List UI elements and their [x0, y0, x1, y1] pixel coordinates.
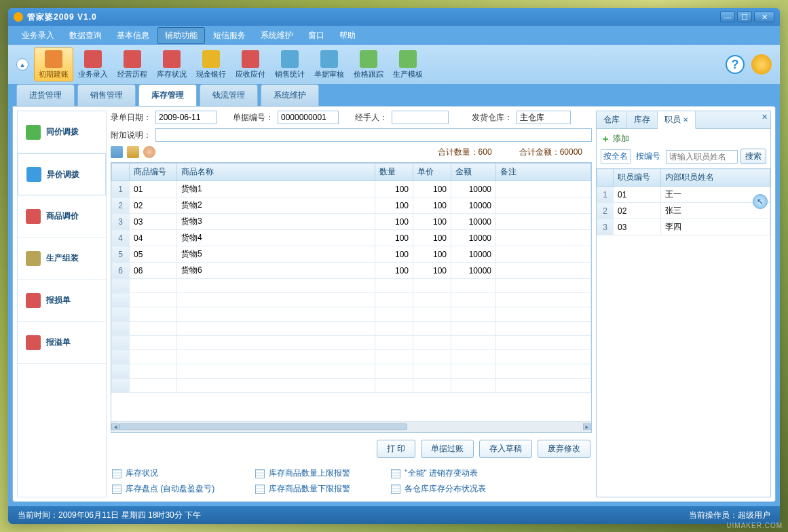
side-search-input[interactable] [666, 150, 738, 164]
table-row-empty[interactable] [112, 379, 591, 393]
add-button[interactable]: ＋ 添加 [597, 129, 770, 149]
tab-3[interactable]: 钱流管理 [200, 84, 258, 106]
menu-7[interactable]: 帮助 [333, 28, 362, 43]
menu-4[interactable]: 短信服务 [206, 28, 252, 43]
warehouse-input[interactable] [517, 111, 571, 124]
toolbar-5[interactable]: 应收应付 [231, 48, 270, 81]
note-input[interactable] [155, 128, 592, 142]
menu-6[interactable]: 窗口 [301, 28, 331, 43]
discard-button[interactable]: 废弃修改 [538, 440, 590, 458]
leftnav-3[interactable]: 生产组装 [18, 238, 106, 280]
date-input[interactable] [155, 111, 217, 124]
side-tabs: 仓库库存职员✕ [597, 111, 770, 129]
titlebar[interactable]: 管家婆2009 V1.0 — ☐ ✕ [8, 8, 780, 26]
side-col-0[interactable] [597, 169, 614, 187]
side-tab-0[interactable]: 仓库 [597, 111, 627, 128]
side-tab-1[interactable]: 库存 [627, 111, 658, 128]
table-row[interactable]: 202货物210010010000 [112, 197, 591, 214]
close-button[interactable]: ✕ [754, 12, 774, 22]
table-row-empty[interactable] [112, 279, 591, 293]
minimize-button[interactable]: — [720, 12, 735, 22]
handler-input[interactable] [392, 111, 449, 124]
help-icon[interactable]: ? [726, 55, 745, 74]
leftnav-0[interactable]: 同价调拨 [18, 111, 106, 153]
filter-code[interactable]: 按编号 [633, 149, 663, 164]
quick-link[interactable]: "全能" 进销存变动表 [391, 468, 486, 479]
toolbar-8[interactable]: 价格跟踪 [349, 48, 388, 81]
col-0[interactable] [112, 164, 130, 181]
date-label: 录单日期： [111, 112, 151, 124]
col-2[interactable]: 商品名称 [177, 164, 375, 181]
leftnav-label-4: 报损单 [46, 294, 71, 306]
menu-1[interactable]: 数据查询 [62, 28, 109, 43]
menu-0[interactable]: 业务录入 [15, 28, 61, 43]
toolbar-7[interactable]: 单据审核 [309, 48, 349, 81]
side-row[interactable]: 101王一 [597, 187, 770, 203]
filter-fullname[interactable]: 按全名 [601, 149, 631, 164]
table-row[interactable]: 505货物510010010000 [112, 246, 591, 263]
col-4[interactable]: 单价 [413, 164, 451, 181]
tab-2[interactable]: 库存管理 [138, 84, 197, 106]
scroll-up-arrow-icon[interactable]: ↖ [753, 194, 768, 209]
toolbar-6[interactable]: 销售统计 [270, 48, 309, 81]
statusbar: 当前时间：2009年06月11日 星期四 18时30分 下午 当前操作员：超级用… [8, 506, 780, 524]
tab-0[interactable]: 进货管理 [16, 84, 75, 106]
menu-5[interactable]: 系统维护 [254, 28, 300, 43]
tab-1[interactable]: 销售管理 [77, 84, 136, 106]
leftnav-1[interactable]: 异价调拨 [18, 153, 106, 195]
side-search-button[interactable]: 搜索 [740, 149, 766, 164]
table-row[interactable]: 606货物610010010000 [112, 263, 591, 279]
building-icon[interactable] [127, 146, 139, 158]
quick-link[interactable]: 库存盘点 (自动盘盈盘亏) [112, 483, 214, 495]
status-time: 当前时间：2009年06月11日 星期四 18时30分 下午 [18, 510, 201, 521]
side-tab-2[interactable]: 职员✕ [658, 111, 696, 129]
side-col-1[interactable]: 职员编号 [614, 169, 661, 187]
leftnav-2[interactable]: 商品调价 [18, 195, 106, 238]
print-button[interactable]: 打 印 [377, 440, 415, 458]
quick-link[interactable]: 库存商品数量上限报警 [255, 468, 350, 479]
table-row-empty[interactable] [112, 350, 591, 364]
quick-link[interactable]: 库存商品数量下限报警 [255, 483, 350, 495]
side-close-icon[interactable]: ✕ [759, 113, 769, 122]
leftnav-4[interactable]: 报损单 [18, 280, 106, 322]
person-icon[interactable] [143, 146, 155, 158]
table-row[interactable]: 404货物410010010000 [112, 230, 591, 246]
table-row-empty[interactable] [112, 364, 591, 379]
goods-table[interactable]: 商品编号商品名称数量单价金额备注101货物110010010000202货物21… [111, 163, 591, 393]
quick-link[interactable]: 各仓库库存分布状况表 [391, 483, 486, 495]
col-6[interactable]: 备注 [496, 164, 591, 181]
side-grid[interactable]: 职员编号内部职员姓名101王一202张三303李四 ↖ [597, 168, 770, 497]
table-row-empty[interactable] [112, 336, 591, 350]
save-draft-button[interactable]: 存入草稿 [479, 440, 532, 458]
docno-input[interactable] [278, 111, 339, 124]
theme-brush-icon[interactable] [751, 54, 772, 75]
maximize-button[interactable]: ☐ [737, 12, 752, 22]
tab-close-icon[interactable]: ✕ [683, 116, 688, 124]
table-row-empty[interactable] [112, 293, 591, 307]
menu-2[interactable]: 基本信息 [110, 28, 156, 43]
tab-4[interactable]: 系统维护 [261, 84, 319, 106]
leftnav-5[interactable]: 报溢单 [18, 322, 106, 364]
post-button[interactable]: 单据过账 [421, 440, 474, 458]
horizontal-scrollbar[interactable]: ◄ ► [111, 421, 591, 432]
side-row[interactable]: 202张三 [597, 203, 770, 219]
col-3[interactable]: 数量 [375, 164, 413, 181]
toolbar-3[interactable]: 库存状况 [152, 48, 191, 81]
collapse-toolbar-icon[interactable]: ▲ [16, 58, 29, 71]
side-row[interactable]: 303李四 [597, 219, 770, 235]
grid-icon[interactable] [111, 146, 123, 158]
table-row-empty[interactable] [112, 307, 591, 322]
toolbar-4[interactable]: 现金银行 [191, 48, 231, 81]
toolbar-1[interactable]: 业务录入 [73, 48, 113, 81]
side-col-2[interactable]: 内部职员姓名 [661, 169, 770, 187]
quick-link[interactable]: 库存状况 [112, 468, 214, 479]
table-row[interactable]: 303货物310010010000 [112, 214, 591, 230]
toolbar-2[interactable]: 经营历程 [113, 48, 152, 81]
toolbar-9[interactable]: 生产模板 [388, 48, 428, 81]
table-row[interactable]: 101货物110010010000 [112, 181, 591, 197]
col-5[interactable]: 金额 [451, 164, 496, 181]
toolbar-0[interactable]: 初期建账 [34, 48, 73, 81]
col-1[interactable]: 商品编号 [130, 164, 177, 181]
menu-3[interactable]: 辅助功能 [157, 27, 205, 44]
table-row-empty[interactable] [112, 322, 591, 336]
